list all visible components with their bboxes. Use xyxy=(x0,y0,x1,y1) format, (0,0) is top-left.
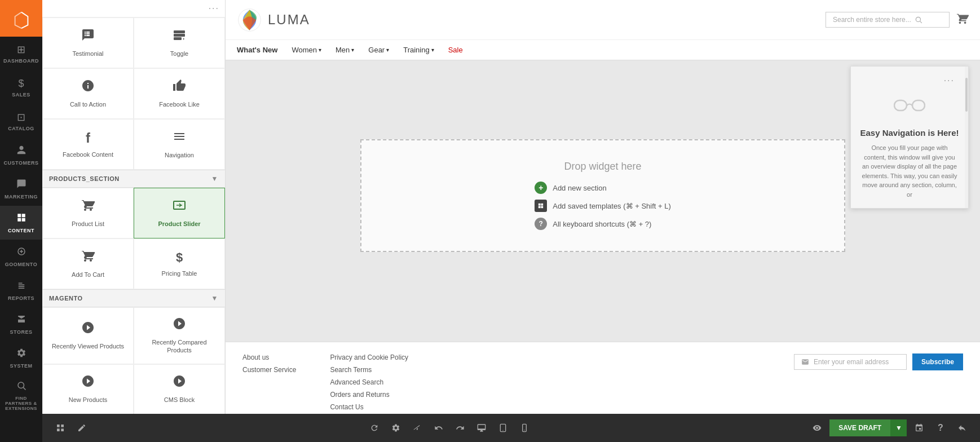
section-products[interactable]: products_section ▼ xyxy=(42,170,225,188)
nav-whats-new[interactable]: What's New xyxy=(237,46,277,54)
store-search[interactable]: Search entire store here... xyxy=(826,12,950,28)
nav-men[interactable]: Men ▾ xyxy=(336,46,354,54)
add-section-btn[interactable]: + xyxy=(535,182,547,194)
sidebar-item-system[interactable]: SYSTEM xyxy=(0,341,42,375)
toolbar-preview-btn[interactable] xyxy=(808,419,826,437)
widget-item-fb-like[interactable]: Facebook Like xyxy=(134,68,225,119)
easy-nav-description: Once you fill your page with content, th… xyxy=(860,143,959,199)
toolbar-mobile-btn[interactable] xyxy=(515,419,533,437)
drop-zone[interactable]: Drop widget here + Add new section Add s… xyxy=(360,139,845,252)
sidebar-item-catalog[interactable]: ⊡ CATALOG xyxy=(0,104,42,138)
widget-item-recently-compared[interactable]: Recently Compared Products xyxy=(134,307,225,364)
svg-rect-21 xyxy=(894,100,907,111)
svg-point-13 xyxy=(181,205,182,206)
toolbar-send-btn[interactable] xyxy=(408,419,426,437)
footer-link-search-terms[interactable]: Search Terms xyxy=(330,366,408,374)
footer-link-advanced-search[interactable]: Advanced Search xyxy=(330,378,408,386)
widget-item-toggle[interactable]: Toggle xyxy=(134,17,225,68)
cta-icon xyxy=(81,79,95,96)
footer-link-orders-returns[interactable]: Orders and Returns xyxy=(330,391,408,399)
widget-item-fb-content[interactable]: f Facebook Content xyxy=(42,119,134,170)
sidebar-item-reports[interactable]: REPORTS xyxy=(0,273,42,307)
svg-point-5 xyxy=(18,382,24,388)
nav-women[interactable]: Women ▾ xyxy=(292,46,321,54)
toolbar-exit-btn[interactable] xyxy=(953,419,971,437)
nav-sale[interactable]: Sale xyxy=(448,46,463,54)
add-section-action[interactable]: + Add new section xyxy=(535,182,671,194)
email-icon xyxy=(801,358,809,366)
admin-logo[interactable] xyxy=(0,0,42,37)
widget-item-cta[interactable]: Call to Action xyxy=(42,68,134,119)
toolbar-desktop-btn[interactable] xyxy=(473,419,491,437)
sidebar-item-dashboard[interactable]: ⊞ DASHBOARD xyxy=(0,37,42,70)
toolbar-help-btn[interactable]: ? xyxy=(932,419,950,437)
nav-training[interactable]: Training ▾ xyxy=(403,46,434,54)
store-header: LUMA Search entire store here... What's … xyxy=(226,0,980,60)
widget-item-testimonial[interactable]: Testimonial xyxy=(42,17,134,68)
save-draft-group: SAVE DRAFT ▼ xyxy=(829,419,907,436)
widget-panel-menu[interactable]: ··· xyxy=(209,3,219,14)
admin-sidebar: ⊞ DASHBOARD $ SALES ⊡ CATALOG CUSTOMERS … xyxy=(0,0,42,442)
widget-item-recently-viewed[interactable]: Recently Viewed Products xyxy=(42,307,134,364)
add-templates-btn[interactable] xyxy=(535,200,547,212)
sidebar-item-customers[interactable]: CUSTOMERS xyxy=(0,138,42,172)
sidebar-item-marketing[interactable]: MARKETING xyxy=(0,172,42,206)
subscribe-button[interactable]: Subscribe xyxy=(912,353,963,370)
sidebar-label-goomento: GOOMENTO xyxy=(5,262,37,267)
sidebar-item-sales[interactable]: $ SALES xyxy=(0,70,42,104)
widget-panel-top: ··· xyxy=(42,0,225,17)
newsletter-input[interactable]: Enter your email address xyxy=(794,354,907,370)
section-magento-chevron: ▼ xyxy=(211,294,218,302)
svg-rect-1 xyxy=(21,214,25,217)
shortcuts-action[interactable]: ? All keyboard shortcuts (⌘ + ?) xyxy=(535,218,671,230)
add-templates-action[interactable]: Add saved templates (⌘ + Shift + L) xyxy=(535,200,671,212)
toolbar-center-group xyxy=(365,419,533,437)
widget-item-product-slider[interactable]: Product Slider xyxy=(134,188,225,238)
widget-label-navigation: Navigation xyxy=(165,151,194,159)
newsletter-placeholder: Enter your email address xyxy=(814,358,889,366)
widget-item-add-to-cart[interactable]: Add To Cart xyxy=(42,238,134,289)
svg-line-6 xyxy=(23,387,25,390)
toolbar-edit-btn[interactable] xyxy=(73,419,91,437)
sidebar-label-find-partners: FIND PARTNERS & EXTENSIONS xyxy=(3,396,39,411)
sidebar-label-dashboard: DASHBOARD xyxy=(3,58,39,64)
toolbar-connections-btn[interactable] xyxy=(910,419,928,437)
footer-link-about[interactable]: About us xyxy=(242,353,296,361)
footer-link-customer-service[interactable]: Customer Service xyxy=(242,366,296,374)
save-draft-button[interactable]: SAVE DRAFT xyxy=(829,419,890,436)
search-icon xyxy=(915,16,922,24)
widget-item-cms-block[interactable]: CMS Block xyxy=(134,364,225,415)
sidebar-label-reports: REPORTS xyxy=(8,295,34,301)
widget-item-product-list[interactable]: Product List xyxy=(42,188,134,238)
svg-rect-8 xyxy=(174,34,185,37)
widget-item-new-products[interactable]: New Products xyxy=(42,364,134,415)
add-section-label: Add new section xyxy=(553,184,606,192)
sidebar-item-find-partners[interactable]: FIND PARTNERS & EXTENSIONS xyxy=(0,375,42,417)
widget-label-product-list: Product List xyxy=(72,220,104,228)
save-draft-arrow-btn[interactable]: ▼ xyxy=(890,419,907,436)
svg-rect-31 xyxy=(523,424,527,431)
widget-item-pricing-table[interactable]: $ Pricing Table xyxy=(134,238,225,289)
widget-item-navigation[interactable]: Navigation xyxy=(134,119,225,170)
footer-link-contact[interactable]: Contact Us xyxy=(330,403,408,411)
footer-link-privacy[interactable]: Privacy and Cookie Policy xyxy=(330,353,408,361)
section-magento[interactable]: MAGENTO ▼ xyxy=(42,289,225,307)
sidebar-item-content[interactable]: CONTENT xyxy=(0,206,42,240)
marketing-icon xyxy=(16,179,27,192)
toolbar-redo-btn[interactable] xyxy=(451,419,469,437)
widget-label-toggle: Toggle xyxy=(170,50,188,58)
toolbar-settings-btn[interactable] xyxy=(387,419,405,437)
toolbar-grid-btn[interactable] xyxy=(51,419,69,437)
svg-rect-0 xyxy=(17,214,21,217)
sidebar-item-stores[interactable]: STORES xyxy=(0,307,42,341)
shortcuts-btn[interactable]: ? xyxy=(535,218,547,230)
main-area: LUMA Search entire store here... What's … xyxy=(226,0,980,442)
toolbar-tablet-btn[interactable] xyxy=(494,419,512,437)
nav-gear[interactable]: Gear ▾ xyxy=(368,46,389,54)
toolbar-refresh-btn[interactable] xyxy=(365,419,383,437)
easy-nav-menu[interactable]: ··· xyxy=(944,76,955,86)
toolbar-undo-btn[interactable] xyxy=(430,419,448,437)
svg-rect-7 xyxy=(174,30,185,33)
sidebar-item-goomento[interactable]: GOOMENTO xyxy=(0,240,42,273)
cart-icon[interactable] xyxy=(956,12,969,28)
